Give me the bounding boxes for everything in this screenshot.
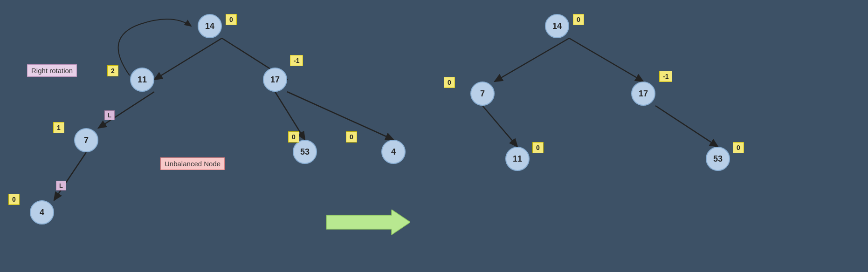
node-53-after: 53 xyxy=(706,147,730,171)
annotation-unbalanced-node: Unbalanced Node xyxy=(160,157,225,170)
balance-53-before: 0 xyxy=(288,131,299,143)
balance-17-after: -1 xyxy=(659,71,672,82)
label-L-11: L xyxy=(104,110,115,120)
balance-17-before: -1 xyxy=(290,55,303,66)
svg-line-4 xyxy=(287,92,393,140)
balance-14-after: 0 xyxy=(573,14,584,25)
svg-line-0 xyxy=(154,38,222,80)
node-4-before: 4 xyxy=(30,200,54,224)
balance-53-after: 0 xyxy=(733,142,744,153)
svg-line-9 xyxy=(655,106,718,147)
balance-11-after: 0 xyxy=(532,142,544,153)
tree-edges xyxy=(0,0,868,272)
svg-line-2 xyxy=(98,92,154,128)
balance-11-before: 2 xyxy=(107,65,118,76)
svg-line-8 xyxy=(482,106,517,147)
node-11-before: 11 xyxy=(130,68,154,92)
annotation-right-rotation: Right rotation xyxy=(27,64,77,77)
balance-4b-before: 0 xyxy=(346,131,357,143)
node-7-after: 7 xyxy=(470,82,495,106)
node-17-after: 17 xyxy=(631,82,655,106)
node-53-before: 53 xyxy=(293,140,317,164)
balance-7-before: 1 xyxy=(53,122,64,133)
node-14-before: 14 xyxy=(198,14,222,38)
node-11-after: 11 xyxy=(505,147,530,171)
node-14-after: 14 xyxy=(545,14,569,38)
balance-7-after: 0 xyxy=(444,77,455,88)
balance-14-before: 0 xyxy=(226,14,237,25)
svg-line-7 xyxy=(569,38,643,82)
node-7-before: 7 xyxy=(74,128,98,152)
svg-line-6 xyxy=(495,38,569,82)
label-L-7: L xyxy=(56,181,66,190)
node-4b-before: 4 xyxy=(381,140,406,164)
svg-line-5 xyxy=(54,152,86,200)
balance-4-before: 0 xyxy=(8,194,20,205)
node-17-before: 17 xyxy=(263,68,287,92)
